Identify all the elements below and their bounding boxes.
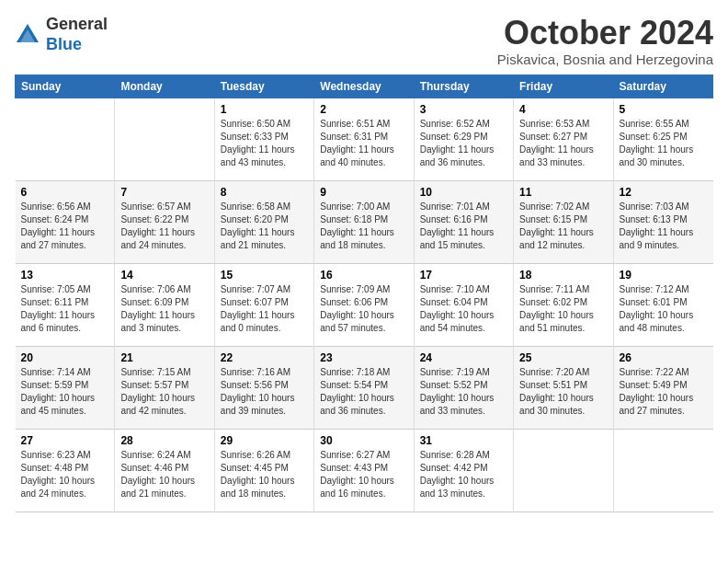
day-number: 19 (620, 269, 708, 282)
day-info: Sunrise: 6:28 AM Sunset: 4:42 PM Dayligh… (420, 449, 507, 500)
day-info: Sunrise: 7:00 AM Sunset: 6:18 PM Dayligh… (320, 201, 407, 252)
calendar-cell: 30Sunrise: 6:27 AM Sunset: 4:43 PM Dayli… (314, 429, 414, 511)
logo-icon (15, 22, 40, 48)
calendar-cell: 7Sunrise: 6:57 AM Sunset: 6:22 PM Daylig… (115, 180, 214, 263)
day-number: 29 (221, 434, 308, 447)
day-number: 23 (320, 351, 407, 364)
col-saturday: Saturday (613, 75, 712, 98)
col-friday: Friday (514, 75, 613, 98)
calendar-cell: 24Sunrise: 7:19 AM Sunset: 5:52 PM Dayli… (414, 346, 513, 429)
day-number: 9 (320, 186, 407, 199)
calendar-cell: 25Sunrise: 7:20 AM Sunset: 5:51 PM Dayli… (514, 346, 613, 429)
calendar-cell: 31Sunrise: 6:28 AM Sunset: 4:42 PM Dayli… (414, 429, 513, 511)
day-number: 27 (21, 434, 109, 447)
day-number: 14 (120, 269, 208, 282)
day-info: Sunrise: 6:58 AM Sunset: 6:20 PM Dayligh… (221, 201, 308, 252)
calendar-cell: 17Sunrise: 7:10 AM Sunset: 6:04 PM Dayli… (414, 263, 513, 346)
col-thursday: Thursday (414, 75, 513, 98)
day-info: Sunrise: 7:11 AM Sunset: 6:02 PM Dayligh… (519, 283, 607, 335)
day-number: 12 (620, 186, 708, 199)
calendar-cell: 29Sunrise: 6:26 AM Sunset: 4:45 PM Dayli… (214, 429, 313, 511)
day-info: Sunrise: 7:19 AM Sunset: 5:52 PM Dayligh… (420, 366, 507, 418)
logo-text: General Blue (46, 15, 108, 54)
calendar-cell: 12Sunrise: 7:03 AM Sunset: 6:13 PM Dayli… (613, 180, 712, 263)
calendar-cell: 27Sunrise: 6:23 AM Sunset: 4:48 PM Dayli… (16, 429, 115, 511)
day-number: 7 (120, 186, 208, 199)
day-info: Sunrise: 7:16 AM Sunset: 5:56 PM Dayligh… (221, 366, 308, 418)
calendar-cell: 8Sunrise: 6:58 AM Sunset: 6:20 PM Daylig… (214, 180, 313, 263)
calendar-week-4: 20Sunrise: 7:14 AM Sunset: 5:59 PM Dayli… (16, 346, 713, 429)
col-monday: Monday (115, 75, 214, 98)
day-number: 25 (519, 351, 607, 364)
day-info: Sunrise: 7:07 AM Sunset: 6:07 PM Dayligh… (221, 283, 308, 335)
day-number: 3 (420, 103, 507, 116)
day-info: Sunrise: 7:10 AM Sunset: 6:04 PM Dayligh… (420, 283, 507, 335)
day-number: 15 (221, 269, 308, 282)
day-info: Sunrise: 7:12 AM Sunset: 6:01 PM Dayligh… (620, 283, 708, 335)
calendar-cell: 3Sunrise: 6:52 AM Sunset: 6:29 PM Daylig… (414, 98, 513, 180)
calendar-cell: 1Sunrise: 6:50 AM Sunset: 6:33 PM Daylig… (214, 98, 313, 180)
day-info: Sunrise: 6:24 AM Sunset: 4:46 PM Dayligh… (120, 449, 208, 500)
calendar-week-5: 27Sunrise: 6:23 AM Sunset: 4:48 PM Dayli… (16, 429, 713, 511)
day-number: 4 (519, 103, 607, 116)
col-sunday: Sunday (16, 75, 115, 98)
calendar-cell: 2Sunrise: 6:51 AM Sunset: 6:31 PM Daylig… (314, 98, 414, 180)
calendar-cell: 26Sunrise: 7:22 AM Sunset: 5:49 PM Dayli… (613, 346, 712, 429)
day-number: 22 (221, 351, 308, 364)
day-info: Sunrise: 7:05 AM Sunset: 6:11 PM Dayligh… (21, 283, 109, 335)
day-info: Sunrise: 6:53 AM Sunset: 6:27 PM Dayligh… (519, 118, 607, 169)
calendar-cell (613, 429, 712, 511)
day-number: 18 (519, 269, 607, 282)
calendar-cell (514, 429, 613, 511)
calendar-cell: 11Sunrise: 7:02 AM Sunset: 6:15 PM Dayli… (514, 180, 613, 263)
calendar-cell: 5Sunrise: 6:55 AM Sunset: 6:25 PM Daylig… (613, 98, 712, 180)
calendar-cell: 16Sunrise: 7:09 AM Sunset: 6:06 PM Dayli… (314, 263, 414, 346)
calendar-week-3: 13Sunrise: 7:05 AM Sunset: 6:11 PM Dayli… (16, 263, 713, 346)
calendar-cell (115, 98, 214, 180)
day-number: 13 (21, 269, 109, 282)
calendar-cell: 28Sunrise: 6:24 AM Sunset: 4:46 PM Dayli… (115, 429, 214, 511)
day-info: Sunrise: 6:27 AM Sunset: 4:43 PM Dayligh… (320, 449, 407, 500)
day-info: Sunrise: 6:55 AM Sunset: 6:25 PM Dayligh… (620, 118, 708, 169)
day-info: Sunrise: 7:20 AM Sunset: 5:51 PM Dayligh… (519, 366, 607, 418)
calendar-week-2: 6Sunrise: 6:56 AM Sunset: 6:24 PM Daylig… (16, 180, 713, 263)
day-info: Sunrise: 7:22 AM Sunset: 5:49 PM Dayligh… (620, 366, 708, 418)
calendar-table: Sunday Monday Tuesday Wednesday Thursday… (15, 75, 713, 512)
month-title: October 2024 (497, 15, 713, 52)
calendar-cell: 14Sunrise: 7:06 AM Sunset: 6:09 PM Dayli… (115, 263, 214, 346)
day-info: Sunrise: 6:52 AM Sunset: 6:29 PM Dayligh… (420, 118, 507, 169)
day-info: Sunrise: 6:57 AM Sunset: 6:22 PM Dayligh… (120, 201, 208, 252)
calendar-week-1: 1Sunrise: 6:50 AM Sunset: 6:33 PM Daylig… (16, 98, 713, 180)
day-info: Sunrise: 6:56 AM Sunset: 6:24 PM Dayligh… (21, 201, 109, 252)
day-number: 5 (620, 103, 708, 116)
day-number: 20 (21, 351, 109, 364)
calendar-cell: 21Sunrise: 7:15 AM Sunset: 5:57 PM Dayli… (115, 346, 214, 429)
day-info: Sunrise: 7:09 AM Sunset: 6:06 PM Dayligh… (320, 283, 407, 335)
day-info: Sunrise: 7:02 AM Sunset: 6:15 PM Dayligh… (519, 201, 607, 252)
calendar-cell (16, 98, 115, 180)
day-info: Sunrise: 6:26 AM Sunset: 4:45 PM Dayligh… (221, 449, 308, 500)
calendar-cell: 4Sunrise: 6:53 AM Sunset: 6:27 PM Daylig… (514, 98, 613, 180)
day-number: 30 (320, 434, 407, 447)
title-block: October 2024 Piskavica, Bosnia and Herze… (497, 15, 713, 67)
day-number: 6 (21, 186, 109, 199)
calendar-cell: 18Sunrise: 7:11 AM Sunset: 6:02 PM Dayli… (514, 263, 613, 346)
day-number: 1 (221, 103, 308, 116)
day-info: Sunrise: 7:06 AM Sunset: 6:09 PM Dayligh… (120, 283, 208, 335)
calendar-cell: 19Sunrise: 7:12 AM Sunset: 6:01 PM Dayli… (613, 263, 712, 346)
col-wednesday: Wednesday (314, 75, 414, 98)
header-row: Sunday Monday Tuesday Wednesday Thursday… (16, 75, 713, 98)
calendar-cell: 13Sunrise: 7:05 AM Sunset: 6:11 PM Dayli… (16, 263, 115, 346)
day-number: 21 (120, 351, 208, 364)
day-info: Sunrise: 7:01 AM Sunset: 6:16 PM Dayligh… (420, 201, 507, 252)
calendar-cell: 23Sunrise: 7:18 AM Sunset: 5:54 PM Dayli… (314, 346, 414, 429)
day-info: Sunrise: 7:18 AM Sunset: 5:54 PM Dayligh… (320, 366, 407, 418)
logo-blue: Blue (46, 35, 82, 53)
logo-general: General (46, 15, 108, 33)
day-info: Sunrise: 6:23 AM Sunset: 4:48 PM Dayligh… (21, 449, 109, 500)
day-number: 11 (519, 186, 607, 199)
day-info: Sunrise: 6:50 AM Sunset: 6:33 PM Dayligh… (221, 118, 308, 169)
calendar-cell: 22Sunrise: 7:16 AM Sunset: 5:56 PM Dayli… (214, 346, 313, 429)
day-number: 16 (320, 269, 407, 282)
day-number: 10 (420, 186, 507, 199)
